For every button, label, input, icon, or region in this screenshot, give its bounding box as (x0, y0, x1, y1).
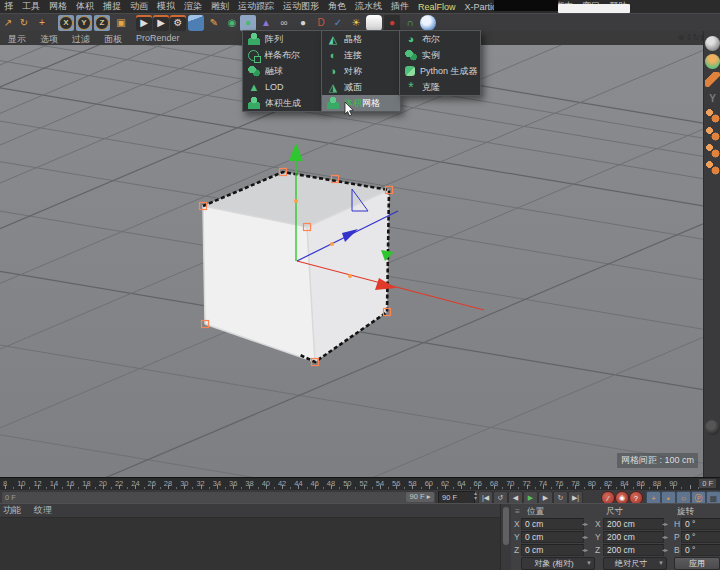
size-mode-dropdown[interactable]: 绝对尺寸▼ (603, 557, 667, 570)
bone-list-tool-icon[interactable] (705, 160, 720, 175)
menu-item-python-generator[interactable]: Python 生成器 (400, 63, 480, 79)
move-tool-icon[interactable]: + (34, 15, 50, 31)
menubar-item-plugins[interactable]: 插件 (391, 0, 409, 13)
y-axis-dot[interactable] (294, 199, 298, 203)
field-stepper[interactable]: ◂▸ (662, 520, 668, 527)
menu-item-array[interactable]: 阵列 (243, 31, 322, 47)
field-stepper[interactable]: ◂▸ (582, 520, 588, 527)
camera-icon[interactable]: ● (384, 15, 400, 31)
menubar-item-sculpt[interactable]: 雕刻 (211, 0, 229, 13)
position-y-field[interactable]: 0 cm (521, 531, 584, 543)
mograph-menu-icon[interactable]: D (313, 15, 329, 31)
menu-item-spline-boolean[interactable]: 样条布尔 (243, 47, 322, 63)
menubar-item-volume[interactable]: 体积 (76, 0, 94, 13)
menu-item-connect[interactable]: ◐连接 (322, 47, 400, 63)
render-view-icon[interactable]: ▶ (136, 15, 152, 31)
wrench-tool-icon[interactable] (705, 72, 720, 87)
bone-add-tool-icon[interactable] (705, 143, 720, 158)
dark-sphere-tool-icon[interactable] (705, 420, 720, 435)
generators-icon[interactable]: ● (240, 15, 256, 31)
render-region-icon[interactable]: ▶ (153, 15, 169, 31)
ruler-tick-label: 34 (213, 479, 221, 488)
video-overlay-light (558, 4, 630, 13)
rotation-h-field[interactable]: 0 ° (681, 518, 720, 530)
range-end-thumb[interactable]: 90 F ▸ (406, 492, 434, 502)
apply-button[interactable]: 应用 (674, 557, 720, 570)
menubar-item-tools[interactable]: 工具 (22, 0, 40, 13)
z-axis-dot[interactable] (330, 242, 334, 246)
volume-sphere-tool-icon[interactable] (705, 54, 720, 69)
y-axis-arrowhead[interactable] (289, 143, 303, 161)
material-manager-body[interactable] (0, 518, 500, 570)
position-x-field[interactable]: 0 cm (521, 518, 584, 530)
size-y-field[interactable]: 200 cm (603, 531, 664, 543)
rotate-tool-icon[interactable]: ↻ (16, 15, 32, 31)
size-x-field[interactable]: 200 cm (603, 518, 664, 530)
add-cube-icon[interactable] (188, 15, 204, 31)
x-axis-lock-icon[interactable]: X (58, 15, 74, 31)
field-stepper[interactable]: ◂▸ (582, 533, 588, 540)
ruler-tick-label: 56 (392, 479, 400, 488)
bone-ik-tool-icon[interactable] (705, 126, 720, 141)
y-axis-lock-icon[interactable]: Y (76, 15, 92, 31)
axis-tool-icon[interactable]: Y (705, 91, 720, 106)
menubar-item-animate[interactable]: 动画 (130, 0, 148, 13)
floor-icon[interactable] (366, 15, 382, 31)
fields-icon[interactable]: ∞ (276, 15, 292, 31)
menu-item-boolean[interactable]: ◕布尔 (400, 31, 480, 47)
rotate-viewport-icon[interactable]: ↻ (692, 32, 700, 43)
menu-item-lattice[interactable]: ◭晶格 (322, 31, 400, 47)
field-stepper[interactable]: ◂▸ (662, 533, 668, 540)
scale-tool-icon[interactable]: ↗ (0, 15, 16, 31)
cube-left-face[interactable] (203, 206, 315, 362)
coordinate-system-icon[interactable]: ▣ (113, 15, 129, 31)
bone-tool-icon[interactable] (705, 108, 720, 123)
menubar-item-render[interactable]: 渲染 (184, 0, 202, 13)
rotation-b-field[interactable]: 0 ° (681, 544, 720, 556)
menubar-item-simulate[interactable]: 模拟 (157, 0, 175, 13)
menubar-item-realflow[interactable]: RealFlow (418, 2, 456, 12)
position-z-field[interactable]: 0 cm (521, 544, 584, 556)
menu-item-volume-mesher[interactable]: 体积网格 (322, 95, 400, 111)
position-mode-dropdown[interactable]: 对象 (相对)▼ (521, 557, 595, 570)
material-menu-function[interactable]: 功能 (3, 504, 21, 517)
light-icon[interactable]: ☀ (348, 15, 364, 31)
deformers-icon[interactable]: ▲ (258, 15, 274, 31)
ruler-tick-label: 50 (343, 479, 351, 488)
menubar-item-character[interactable]: 角色 (328, 0, 346, 13)
menu-item-metaball[interactable]: 融球 (243, 63, 322, 79)
menu-item-label: 克隆 (422, 81, 440, 94)
xpresso-icon[interactable]: ✓ (330, 15, 346, 31)
simulate-sphere-icon[interactable]: ● (295, 15, 311, 31)
rotation-p-field[interactable]: 0 ° (681, 531, 720, 543)
scrollbar-thumb[interactable] (503, 507, 509, 545)
transport-bar: 0 F 90 F ▸ 90 F ▴▾ |◀↺◀▶▶↻▶|⁄◉?+▪○Ⓟ▦ (0, 489, 720, 504)
field-stepper[interactable]: ◂▸ (662, 546, 668, 553)
size-z-field[interactable]: 200 cm (603, 544, 664, 556)
menu-item-volume-builder[interactable]: 体积生成 (243, 95, 322, 111)
render-settings-icon[interactable]: ⚙ (170, 15, 186, 31)
field-stepper[interactable]: ◂▸ (582, 546, 588, 553)
menu-item-polygon-reduction[interactable]: ◮减面 (322, 79, 400, 95)
coord-axis-label: X (595, 519, 601, 529)
menubar-item-pipeline[interactable]: 流水线 (355, 0, 382, 13)
menubar-item-mesh[interactable]: 网格 (49, 0, 67, 13)
subdivision-surface-icon[interactable]: ◉ (224, 15, 240, 31)
spline-pen-icon[interactable]: ✎ (206, 15, 222, 31)
menubar-item-mograph[interactable]: 运动图形 (283, 0, 319, 13)
menu-item-cloner[interactable]: *克隆 (400, 79, 480, 95)
pan-viewport-icon[interactable]: ⊕ (677, 32, 685, 43)
menu-item-instance[interactable]: 实例 (400, 47, 480, 63)
menubar-item-snap[interactable]: 捕捉 (103, 0, 121, 13)
environment-icon[interactable]: ∩ (402, 15, 418, 31)
menubar-item-select[interactable]: 择 (4, 0, 13, 13)
viewport-menu-prorender[interactable]: ProRender (136, 33, 180, 43)
select-sphere-tool-icon[interactable] (705, 36, 720, 51)
x-axis-dot[interactable] (348, 274, 352, 278)
sky-icon[interactable] (420, 15, 436, 31)
z-axis-lock-icon[interactable]: Z (94, 15, 110, 31)
material-menu-texture[interactable]: 纹理 (34, 504, 52, 517)
menubar-item-motion-tracker[interactable]: 运动跟踪 (238, 0, 274, 13)
menu-item-lod[interactable]: ▲LOD (243, 79, 322, 95)
menu-item-symmetry[interactable]: ◑对称 (322, 63, 400, 79)
